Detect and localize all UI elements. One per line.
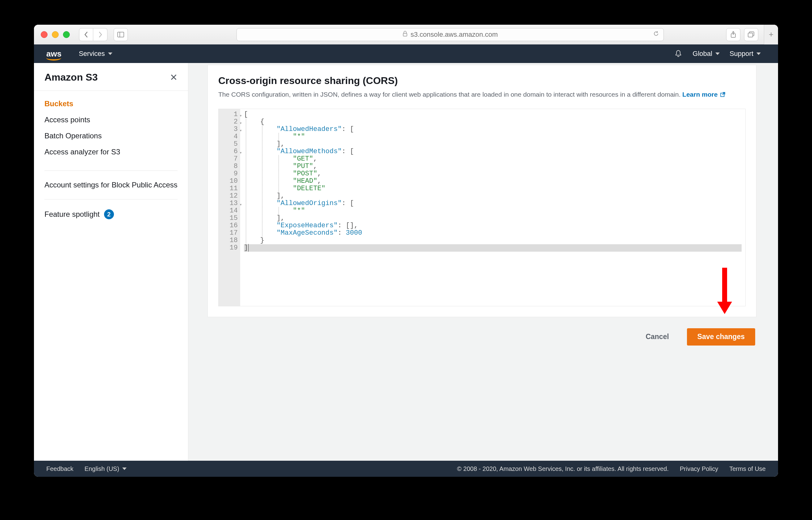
sidebar-header: Amazon S3 ✕ bbox=[34, 71, 188, 91]
content: Cross-origin resource sharing (CORS) The… bbox=[188, 63, 778, 461]
sidebar-block-label: Account settings for Block Public Access bbox=[45, 181, 178, 189]
tabs-button[interactable] bbox=[744, 28, 758, 41]
bell-icon bbox=[674, 49, 683, 58]
sidebar-title: Amazon S3 bbox=[45, 72, 98, 83]
panel-title: Cross-origin resource sharing (CORS) bbox=[218, 75, 745, 86]
titlebar: s3.console.aws.amazon.com + bbox=[34, 25, 778, 45]
panel-description: The CORS configuration, written in JSON,… bbox=[218, 89, 745, 99]
code-line[interactable]: │ │ ], bbox=[244, 140, 742, 148]
titlebar-right: + bbox=[726, 25, 773, 45]
share-button[interactable] bbox=[726, 28, 740, 41]
cancel-button[interactable]: Cancel bbox=[635, 328, 679, 345]
code-line[interactable]: │ │ │ "*" bbox=[244, 133, 742, 140]
minimize-window-icon[interactable] bbox=[52, 31, 59, 38]
new-tab-button[interactable]: + bbox=[764, 25, 778, 45]
code-line[interactable]: │ { bbox=[244, 118, 742, 126]
divider bbox=[45, 199, 178, 200]
code-line[interactable]: │ │ ], bbox=[244, 215, 742, 222]
main: Amazon S3 ✕ Buckets Access points Batch … bbox=[34, 63, 778, 461]
caret-down-icon bbox=[122, 468, 127, 470]
code-line[interactable]: ] bbox=[244, 244, 742, 252]
code-line[interactable]: │ │ │ "POST", bbox=[244, 170, 742, 178]
cors-panel: Cross-origin resource sharing (CORS) The… bbox=[208, 65, 756, 317]
external-link-icon bbox=[720, 92, 726, 97]
close-window-icon[interactable] bbox=[41, 31, 48, 38]
reload-icon[interactable] bbox=[653, 31, 659, 38]
code-line[interactable]: │ │ "AllowedOrigins": [ bbox=[244, 200, 742, 207]
sidebar-item-batch-operations[interactable]: Batch Operations bbox=[45, 128, 178, 144]
terms-link[interactable]: Terms of Use bbox=[729, 465, 766, 472]
sidebar-nav: Buckets Access points Batch Operations A… bbox=[34, 91, 188, 165]
aws-logo-text: aws bbox=[46, 49, 61, 58]
code-line[interactable]: │ │ │ "GET", bbox=[244, 155, 742, 163]
sidebar-item-buckets[interactable]: Buckets bbox=[45, 96, 178, 112]
sidebar-item-feature-spotlight[interactable]: Feature spotlight 2 bbox=[34, 205, 188, 224]
nav-buttons bbox=[79, 28, 107, 41]
code-line[interactable]: │ │ "MaxAgeSeconds": 3000 bbox=[244, 229, 742, 237]
aws-navbar: aws Services Global Support bbox=[34, 45, 778, 63]
code-line[interactable]: │ } bbox=[244, 237, 742, 244]
editor-gutter: 1▾2▾3▾456▾78910111213▾141516171819 bbox=[218, 109, 240, 306]
caret-down-icon bbox=[756, 52, 761, 55]
json-editor[interactable]: 1▾2▾3▾456▾78910111213▾141516171819 [│ {│… bbox=[218, 109, 745, 306]
lock-icon bbox=[402, 31, 408, 38]
action-buttons: Cancel Save changes bbox=[208, 317, 756, 348]
spotlight-badge: 2 bbox=[104, 209, 114, 219]
svg-rect-2 bbox=[403, 33, 407, 36]
footer: Feedback English (US) © 2008 - 2020, Ama… bbox=[34, 461, 778, 477]
sidebar-item-access-analyzer[interactable]: Access analyzer for S3 bbox=[45, 144, 178, 160]
panel-desc-text: The CORS configuration, written in JSON,… bbox=[218, 91, 682, 98]
browser-window: s3.console.aws.amazon.com + aws Services bbox=[34, 25, 778, 477]
aws-smile-icon bbox=[46, 57, 61, 60]
editor-code[interactable]: [│ {│ │ "AllowedHeaders": [│ │ │ "*"│ │ … bbox=[240, 109, 745, 306]
url-text: s3.console.aws.amazon.com bbox=[411, 31, 498, 38]
forward-button[interactable] bbox=[93, 28, 107, 41]
sidebar-toggle-button[interactable] bbox=[114, 28, 128, 41]
annotation-arrow-icon bbox=[720, 268, 729, 314]
code-line[interactable]: │ │ "AllowedHeaders": [ bbox=[244, 126, 742, 133]
learn-more-link[interactable]: Learn more bbox=[682, 89, 726, 99]
code-line[interactable]: │ │ "ExposeHeaders": [], bbox=[244, 222, 742, 229]
services-menu[interactable]: Services bbox=[74, 50, 117, 58]
notifications-button[interactable] bbox=[669, 49, 687, 58]
caret-down-icon bbox=[108, 52, 112, 55]
code-line[interactable]: │ │ "AllowedMethods": [ bbox=[244, 148, 742, 155]
language-menu[interactable]: English (US) bbox=[85, 465, 127, 472]
support-label: Support bbox=[730, 50, 753, 58]
fullscreen-window-icon[interactable] bbox=[63, 31, 70, 38]
sidebar: Amazon S3 ✕ Buckets Access points Batch … bbox=[34, 63, 188, 461]
code-line[interactable]: │ │ │ "*" bbox=[244, 207, 742, 215]
copyright-text: © 2008 - 2020, Amazon Web Services, Inc.… bbox=[457, 465, 669, 472]
address-bar[interactable]: s3.console.aws.amazon.com bbox=[236, 28, 664, 41]
sidebar-item-block-public-access[interactable]: Account settings for Block Public Access bbox=[34, 176, 188, 193]
sidebar-item-access-points[interactable]: Access points bbox=[45, 112, 178, 128]
region-menu[interactable]: Global bbox=[687, 50, 725, 58]
save-changes-button[interactable]: Save changes bbox=[687, 328, 755, 345]
divider bbox=[45, 171, 178, 171]
back-button[interactable] bbox=[79, 28, 93, 41]
region-label: Global bbox=[692, 50, 712, 58]
code-line[interactable]: │ │ ], bbox=[244, 192, 742, 200]
spotlight-label: Feature spotlight bbox=[45, 210, 100, 218]
code-line[interactable]: │ │ │ "DELETE" bbox=[244, 185, 742, 192]
aws-logo[interactable]: aws bbox=[46, 49, 61, 59]
privacy-link[interactable]: Privacy Policy bbox=[680, 465, 718, 472]
svg-rect-6 bbox=[748, 33, 753, 37]
code-line[interactable]: [ bbox=[244, 111, 742, 118]
code-line[interactable]: │ │ │ "PUT", bbox=[244, 163, 742, 170]
close-icon[interactable]: ✕ bbox=[170, 72, 178, 83]
services-label: Services bbox=[79, 50, 105, 58]
window-controls bbox=[41, 31, 70, 38]
caret-down-icon bbox=[715, 52, 720, 55]
feedback-link[interactable]: Feedback bbox=[46, 465, 74, 472]
language-label: English (US) bbox=[85, 465, 119, 472]
svg-rect-0 bbox=[117, 32, 124, 37]
code-line[interactable]: │ │ │ "HEAD", bbox=[244, 178, 742, 185]
learn-more-label: Learn more bbox=[682, 89, 717, 99]
support-menu[interactable]: Support bbox=[725, 50, 766, 58]
